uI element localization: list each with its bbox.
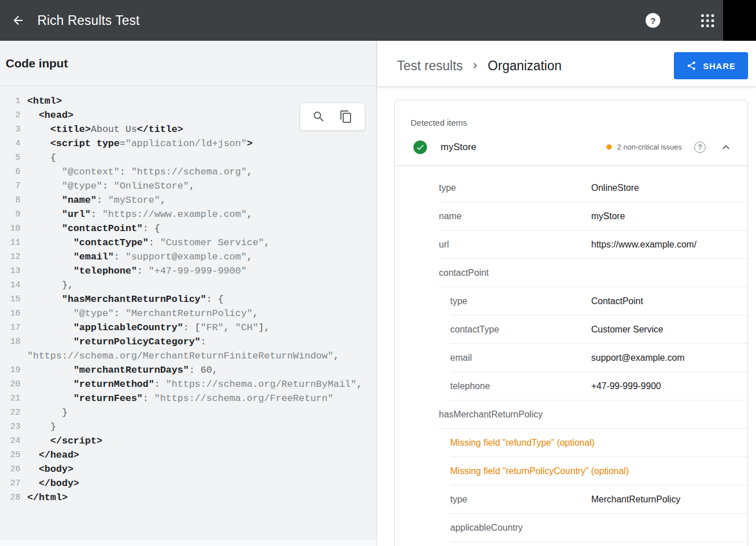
breadcrumb-test-results[interactable]: Test results xyxy=(397,58,463,74)
field-label: email xyxy=(450,353,591,363)
detected-items-label: Detected items xyxy=(395,100,748,129)
result-row-section: contactPoint xyxy=(439,259,748,287)
code-line-content: } xyxy=(27,420,377,434)
line-number: 21 xyxy=(0,391,20,406)
code-line-content: "merchantReturnDays": 60, xyxy=(27,363,377,377)
line-number: 10 xyxy=(0,221,20,236)
code-line: 23 } xyxy=(0,420,377,434)
grid-dot-icon xyxy=(701,24,704,27)
code-line-content: "url": "https://www.example.com", xyxy=(27,207,377,221)
code-line-content: "telephone": "+47-99-999-9900" xyxy=(27,264,377,278)
code-line-content: </body> xyxy=(27,476,377,490)
warning-text: Missing field "refundType" (optional) xyxy=(450,438,595,448)
code-line: 25 </head> xyxy=(0,448,377,462)
back-button[interactable] xyxy=(7,9,29,32)
result-row-section: hasMerchantReturnPolicy xyxy=(439,400,748,429)
code-line-content: "name": "myStore", xyxy=(27,193,377,207)
collapse-chevron-icon[interactable] xyxy=(719,140,733,154)
grid-dot-icon xyxy=(706,24,709,27)
line-number: 28 xyxy=(0,490,20,505)
topbar: Rich Results Test ? xyxy=(0,0,756,41)
line-number: 25 xyxy=(0,448,20,462)
code-line: 18 "returnPolicyCategory": "https://sche… xyxy=(0,335,377,363)
grid-dot-icon xyxy=(706,19,709,22)
breadcrumb-chevron-icon xyxy=(469,60,481,71)
code-line: 8 "name": "myStore", xyxy=(0,193,377,207)
code-toolbar xyxy=(300,103,365,131)
code-line-content: "@type": "MerchantReturnPolicy", xyxy=(27,306,377,321)
code-line-content: </head> xyxy=(27,448,377,462)
question-mark-icon: ? xyxy=(698,143,702,151)
profile-area[interactable] xyxy=(723,0,756,41)
field-value: support@example.com xyxy=(591,353,685,363)
code-line: 16 "@type": "MerchantReturnPolicy", xyxy=(0,306,377,321)
grid-dot-icon xyxy=(701,19,704,22)
line-number: 19 xyxy=(0,363,20,377)
code-line: 5 { xyxy=(0,151,377,165)
help-outline-icon[interactable]: ? xyxy=(694,142,706,153)
code-line: 27 </body> xyxy=(0,476,377,490)
code-line-content: <body> xyxy=(27,462,377,476)
code-line-content: </html> xyxy=(27,490,377,505)
line-number: 3 xyxy=(0,122,20,136)
code-line: 10 "contactPoint": { xyxy=(0,221,377,236)
field-value: Customer Service xyxy=(591,325,663,335)
code-editor[interactable]: 1 <html> 2 <head> 3 <title>About Us</tit… xyxy=(0,86,377,539)
back-arrow-icon xyxy=(11,14,25,27)
line-number: 6 xyxy=(0,165,20,179)
grid-dot-icon xyxy=(711,19,714,22)
field-value: ContactPoint xyxy=(591,296,643,306)
help-button[interactable]: ? xyxy=(646,13,660,28)
grid-dot-icon xyxy=(711,14,714,17)
entity-row[interactable]: myStore 2 non-critical issues ? xyxy=(395,129,748,166)
result-row-section: applicableCountry xyxy=(450,514,748,542)
line-number: 16 xyxy=(0,306,20,321)
line-number: 24 xyxy=(0,434,20,448)
search-button[interactable] xyxy=(310,108,328,126)
share-button[interactable]: SHARE xyxy=(674,52,748,79)
result-row-warning[interactable]: Missing field "returnPolicyCountry" (opt… xyxy=(450,457,748,485)
field-label: type xyxy=(450,296,591,306)
code-line-content: "returnFees": "https://schema.org/FreeRe… xyxy=(27,391,377,406)
code-line-content: "returnPolicyCategory": "https://schema.… xyxy=(27,335,377,363)
breadcrumb-organization: Organization xyxy=(488,58,561,74)
line-number: 8 xyxy=(0,193,20,207)
field-label: contactType xyxy=(450,325,591,335)
field-label: type xyxy=(450,494,591,505)
code-line: 24 </script> xyxy=(0,434,377,448)
code-line-content: "returnMethod": "https://schema.org/Retu… xyxy=(27,377,377,391)
result-row-kv: emailsupport@example.com xyxy=(450,344,748,372)
code-line-content: <script type="application/ld+json"> xyxy=(27,136,377,151)
apps-grid-button[interactable] xyxy=(701,14,714,27)
result-row-kv: namemyStore xyxy=(439,202,748,231)
line-number: 23 xyxy=(0,420,20,434)
line-number: 14 xyxy=(0,278,20,292)
code-line-content: }, xyxy=(27,278,377,292)
success-check-icon xyxy=(413,140,427,154)
copy-button[interactable] xyxy=(337,108,355,126)
code-line-content: { xyxy=(27,151,377,165)
copy-icon xyxy=(339,110,353,123)
grid-dot-icon xyxy=(706,14,709,17)
code-line-content: "contactPoint": { xyxy=(27,221,377,236)
search-icon xyxy=(312,110,326,123)
line-number: 17 xyxy=(0,321,20,335)
line-number: 15 xyxy=(0,292,20,306)
code-line: 13 "telephone": "+47-99-999-9900" xyxy=(0,264,377,278)
field-value: MerchantReturnPolicy xyxy=(591,494,680,505)
line-number: 13 xyxy=(0,264,20,278)
warning-text: Missing field "returnPolicyCountry" (opt… xyxy=(450,466,629,476)
code-panel-header: Code input xyxy=(0,41,377,86)
grid-dot-icon xyxy=(711,24,714,27)
field-value: OnlineStore xyxy=(591,183,639,193)
code-panel: Code input 1 <html> 2 <head> 3 <title>Ab… xyxy=(0,41,377,546)
horizontal-scrollbar[interactable] xyxy=(0,539,377,546)
code-line: 9 "url": "https://www.example.com", xyxy=(0,207,377,221)
line-number: 18 xyxy=(0,335,20,363)
field-label: url xyxy=(439,240,591,250)
code-line: 7 "@type": "OnlineStore", xyxy=(0,179,377,193)
field-label: name xyxy=(439,211,591,221)
share-icon xyxy=(686,61,697,71)
result-row-warning[interactable]: Missing field "refundType" (optional) xyxy=(450,429,748,457)
line-number: 22 xyxy=(0,406,20,420)
